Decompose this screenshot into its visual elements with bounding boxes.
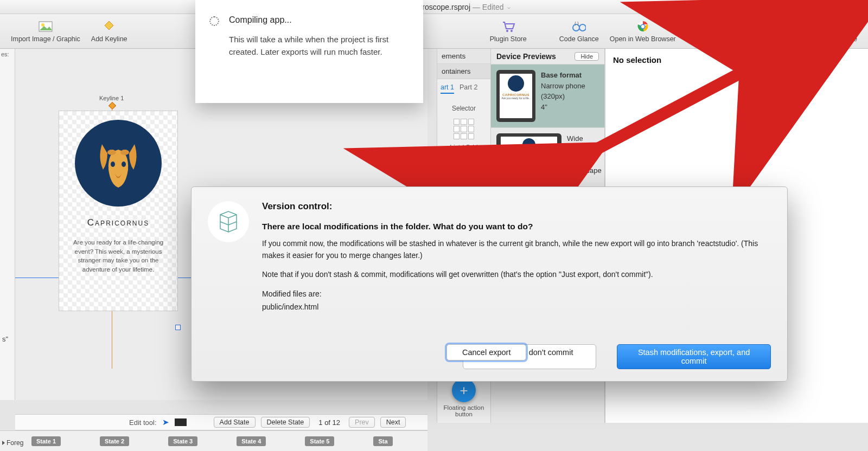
edit-tool-label: Edit tool:	[129, 418, 157, 427]
prev-state-button[interactable]: Prev	[349, 417, 375, 428]
es-suffix: s"	[2, 335, 8, 426]
svg-point-9	[641, 25, 644, 28]
svg-point-14	[111, 162, 115, 167]
add-keyline-label: Add Keyline	[91, 35, 127, 43]
cursor-icon[interactable]: ➤	[162, 417, 169, 427]
zodiac-description: Are you ready for a life-changing event?…	[67, 238, 170, 274]
dialog-paragraph-2: Note that if you don't stash & commit, m…	[262, 269, 771, 281]
image-icon	[39, 20, 53, 33]
fab-label: Floating action button	[437, 404, 490, 417]
zodiac-name: Capricornus	[67, 217, 170, 228]
import-image-button[interactable]: Import Image / Graphic	[5, 18, 86, 45]
delete-state-button[interactable]: Delete State	[261, 417, 310, 428]
dialog-paragraph-1: If you commit now, the modifications wil…	[262, 238, 771, 261]
document-edited-status: — Edited	[473, 3, 504, 11]
horoscope-card[interactable]: Capricornus Are you ready for a life-cha…	[59, 111, 178, 311]
fab-icon[interactable]: +	[452, 378, 476, 402]
add-keyline-button[interactable]: Add Keyline	[86, 18, 133, 45]
import-image-label: Import Image / Graphic	[11, 35, 80, 43]
window-titlebar: ReactStudio-Horoscope.rsproj — Edited ⌵	[0, 0, 868, 14]
spinner-icon	[209, 16, 219, 26]
dialog-subheading: There are local modifications in the fol…	[262, 222, 771, 231]
export-arrow-icon	[821, 20, 835, 33]
grid-icon[interactable]	[454, 119, 474, 139]
state-counter: 1 of 12	[315, 418, 343, 427]
triangle-icon	[2, 441, 5, 445]
edit-tool-bar: Edit tool: ➤ Add State Delete State 1 of…	[15, 414, 427, 430]
state-chip-3[interactable]: State 3	[168, 436, 197, 446]
state-chip-1[interactable]: State 1	[31, 436, 61, 446]
ruler-text: es:	[1, 51, 14, 57]
dialog-heading: Version control:	[262, 201, 771, 212]
svg-point-15	[122, 162, 126, 167]
app-logo-icon	[208, 201, 249, 242]
svg-point-16	[107, 150, 116, 155]
state-chip-4[interactable]: State 4	[237, 436, 266, 446]
add-state-button[interactable]: Add State	[214, 417, 256, 428]
list-grid-label[interactable]: List / Grid	[437, 139, 490, 156]
state-chip-5[interactable]: State 5	[305, 436, 334, 446]
keyline-icon	[102, 20, 116, 33]
rect-tool-icon[interactable]	[175, 418, 187, 426]
svg-line-18	[505, 51, 781, 198]
stash-commit-button[interactable]: Stash modifications, export, and commit	[617, 344, 771, 369]
svg-text:{ }: { }	[575, 21, 579, 25]
cancel-export-button[interactable]: Cancel export	[446, 344, 526, 360]
foreground-toggle[interactable]: Foreg	[2, 439, 23, 447]
keyline-label: Keyline 1	[99, 95, 124, 101]
compiling-title: Compiling app...	[229, 15, 409, 25]
selection-handle[interactable]	[175, 325, 181, 330]
palette-containers-header[interactable]: ontainers	[437, 64, 490, 79]
tab-part-2[interactable]: Part 2	[459, 83, 477, 94]
palette-elements-header[interactable]: ements	[437, 49, 490, 64]
state-chip-2[interactable]: State 2	[100, 436, 129, 446]
keyline-marker-icon[interactable]	[108, 102, 116, 109]
palette-part-tabs: art 1 Part 2	[437, 79, 490, 98]
dialog-modified-label: Modified files are:	[262, 288, 771, 300]
svg-rect-11	[707, 22, 712, 30]
states-timeline: Foreg State 1 State 2 State 3 State 4 St…	[0, 430, 427, 451]
next-state-button[interactable]: Next	[380, 417, 406, 428]
compiling-popover: Compiling app... This will take a while …	[195, 0, 423, 103]
selector-label: Selector	[437, 98, 490, 115]
svg-point-17	[120, 150, 129, 155]
titlebar-chevron-icon[interactable]: ⌵	[507, 4, 510, 10]
version-control-dialog: Version control: There are local modific…	[191, 186, 788, 382]
zodiac-illustration	[75, 120, 162, 207]
compiling-body: This will take a while when the project …	[229, 34, 409, 58]
dialog-modified-files: public/index.html	[262, 301, 771, 313]
tab-part-1[interactable]: art 1	[441, 83, 454, 94]
state-chip-6[interactable]: Sta	[373, 436, 392, 446]
